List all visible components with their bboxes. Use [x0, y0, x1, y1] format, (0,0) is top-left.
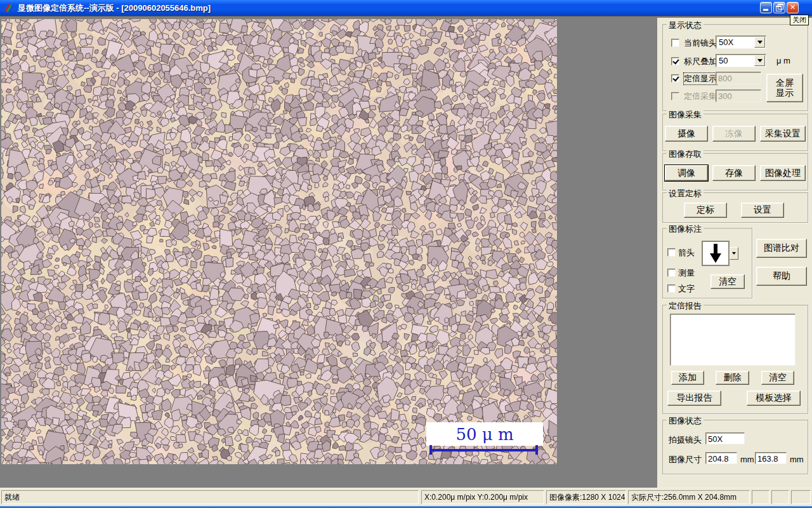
report-listbox[interactable] — [670, 314, 796, 366]
status-ready: 就绪 — [1, 490, 419, 504]
ruler-unit-label: μ m — [776, 56, 790, 65]
group-image-status: 图像状态 — [662, 420, 808, 474]
help-button[interactable]: 帮助 — [756, 267, 807, 286]
ruler-overlay-label: 标尺叠加 — [684, 56, 717, 67]
fixed-display-label: 定倍显示 — [684, 73, 717, 84]
arrow-down-icon — [709, 243, 722, 264]
load-image-button[interactable]: 调像 — [665, 165, 708, 181]
shoot-lens-field: 50X — [705, 432, 745, 444]
template-select-button[interactable]: 模板选择 — [747, 391, 801, 406]
fixed-capture-checkbox — [671, 92, 679, 100]
ruler-value-combobox[interactable]: 50 — [716, 54, 766, 67]
report-add-button[interactable]: 添加 — [671, 371, 704, 385]
arrow-combo-dropdown-button[interactable] — [730, 247, 738, 260]
micrograph-canvas — [1, 19, 557, 464]
status-empty-1 — [752, 490, 769, 504]
group-display-status-title: 显示状态 — [667, 20, 704, 31]
group-image-capture-title: 图像采集 — [667, 109, 704, 121]
close-tooltip: 关闭 — [790, 15, 809, 25]
save-image-button[interactable]: 存像 — [712, 165, 756, 181]
group-report-title: 定倍报告 — [667, 300, 704, 312]
group-image-status-title: 图像状态 — [667, 415, 704, 427]
window-title: 显微图像定倍系统--演示版 - [20090602055646.bmp] — [18, 3, 211, 14]
status-empty-3 — [791, 490, 811, 504]
group-image-storage-title: 图像存取 — [667, 149, 704, 160]
fullscreen-button-line1: 全屏 — [776, 78, 794, 88]
image-width-unit: mm — [740, 455, 754, 464]
capture-settings-button[interactable]: 采集设置 — [760, 126, 806, 142]
scale-bar-box: 50 μ m — [426, 422, 543, 446]
status-actual-size: 实际尺寸:256.0mm X 204.8mm — [628, 490, 750, 504]
minimize-button[interactable] — [760, 2, 772, 13]
control-panel: 显示状态 当前镜头 50X 标尺叠加 50 μ m 定倍显示 800 定倍采集 … — [657, 18, 812, 488]
scale-bar-line — [429, 449, 538, 451]
current-lens-combobox[interactable]: 50X — [716, 36, 766, 49]
current-lens-label: 当前镜头 — [684, 37, 717, 49]
current-lens-value: 50X — [719, 37, 733, 47]
report-delete-button[interactable]: 删除 — [716, 371, 749, 385]
status-image-pixels: 图像像素:1280 X 1024 — [546, 490, 626, 504]
measure-label: 测量 — [678, 267, 695, 279]
status-pixel-scale: X:0.200μ m/pix Y:0.200μ m/pix — [421, 490, 544, 504]
close-button[interactable] — [787, 2, 799, 13]
scale-bar-tick-right — [535, 445, 538, 455]
shoot-lens-label: 拍摄镜头 — [669, 434, 702, 446]
arrow-checkbox[interactable] — [667, 248, 676, 257]
restore-button[interactable] — [773, 2, 785, 13]
annotation-clear-button[interactable]: 清空 — [710, 274, 745, 289]
image-height-unit: mm — [790, 455, 804, 464]
fixed-capture-field: 300 — [716, 90, 761, 102]
app-icon — [3, 3, 14, 13]
status-bar: 就绪 X:0.200μ m/pix Y:0.200μ m/pix 图像像素:12… — [0, 488, 812, 507]
arrow-style-combobox[interactable] — [702, 241, 730, 266]
group-calibration-title: 设置定标 — [667, 188, 704, 199]
export-report-button[interactable]: 导出报告 — [667, 391, 721, 406]
current-lens-checkbox[interactable] — [671, 39, 679, 47]
ruler-value: 50 — [719, 56, 728, 65]
fixed-display-field: 800 — [716, 72, 761, 84]
fullscreen-button-line2: 显示 — [776, 88, 794, 98]
text-label: 文字 — [678, 283, 695, 295]
group-annotation-title: 图像标注 — [667, 224, 704, 235]
scale-bar-label: 50 μ m — [455, 425, 513, 444]
report-clear-button[interactable]: 清空 — [761, 371, 794, 385]
atlas-compare-button[interactable]: 图谱比对 — [756, 239, 807, 258]
text-checkbox[interactable] — [667, 284, 676, 293]
scale-bar-tick-left — [429, 445, 432, 455]
title-bar: 显微图像定倍系统--演示版 - [20090602055646.bmp] — [0, 0, 812, 16]
app-window: 显微图像定倍系统--演示版 - [20090602055646.bmp] 关闭 … — [0, 0, 812, 508]
arrow-label: 箭头 — [678, 247, 695, 258]
ruler-overlay-checkbox[interactable] — [671, 57, 679, 65]
image-width-field: 204.8 — [705, 452, 737, 464]
chevron-down-icon[interactable] — [754, 55, 765, 66]
freeze-button: 冻像 — [712, 126, 756, 142]
client-area: 50 μ m 显示状态 当前镜头 50X 标尺叠加 50 — [0, 16, 812, 488]
micrograph-image[interactable]: 50 μ m — [1, 19, 557, 464]
calibrate-button[interactable]: 定标 — [684, 203, 727, 218]
chevron-down-icon[interactable] — [754, 37, 765, 48]
image-size-label: 图像尺寸 — [669, 454, 702, 465]
scale-bar-overlay: 50 μ m — [426, 422, 544, 474]
image-process-button[interactable]: 图像处理 — [760, 165, 806, 181]
fullscreen-button[interactable]: 全屏 显示 — [766, 74, 803, 102]
measure-checkbox[interactable] — [667, 269, 676, 277]
settings-button[interactable]: 设置 — [741, 203, 784, 218]
shoot-button[interactable]: 摄像 — [665, 126, 708, 142]
status-empty-2 — [771, 490, 789, 504]
fixed-capture-label: 定倍采集 — [684, 91, 717, 102]
fixed-display-checkbox[interactable] — [671, 74, 679, 83]
image-height-field: 163.8 — [755, 452, 787, 464]
